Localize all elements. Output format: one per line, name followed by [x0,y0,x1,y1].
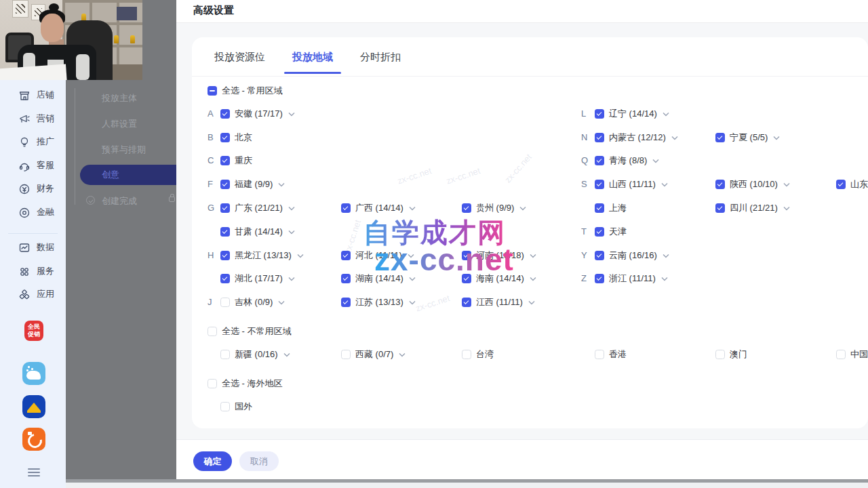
sidebar-app-promo-badge[interactable]: 全民 促销 [24,321,43,341]
chevron-down-icon[interactable] [278,182,285,187]
region-checkbox-item[interactable]: 西藏 (0/7) [341,348,406,361]
checkbox[interactable] [220,298,230,307]
region-checkbox-item[interactable]: 贵州 (9/9) [462,201,526,215]
region-checkbox-item[interactable]: 宁夏 (5/5) [715,131,780,144]
sidebar-item-grid[interactable]: 服务 [0,264,66,279]
chevron-down-icon[interactable] [409,206,416,211]
checkbox[interactable] [341,274,351,283]
checkbox[interactable] [208,327,217,336]
checkbox[interactable] [836,350,846,359]
chevron-down-icon[interactable] [663,112,669,117]
region-checkbox-item[interactable]: 山西 (11/11) [595,178,668,191]
checkbox[interactable] [715,203,725,213]
checkbox[interactable] [462,203,471,213]
sidebar-item-shop[interactable]: 店铺 [0,87,66,102]
checkbox[interactable] [341,350,351,359]
section-select-all[interactable]: 全选 - 不常用区域 [208,325,292,338]
checkbox[interactable] [208,86,217,96]
chevron-down-icon[interactable] [409,300,416,305]
collapse-menu-button[interactable] [28,468,40,476]
wizard-step-subject[interactable]: 投放主体 [102,92,137,105]
tab-time-discount[interactable]: 分时折扣 [360,37,401,77]
chevron-down-icon[interactable] [783,206,790,211]
sidebar-item-target-coin[interactable]: 金融 [0,205,66,220]
checkbox[interactable] [595,227,604,237]
region-checkbox-item[interactable]: 江西 (11/11) [462,296,535,309]
checkbox[interactable] [595,180,604,189]
chevron-down-icon[interactable] [530,253,536,258]
checkbox[interactable] [220,109,230,119]
chevron-down-icon[interactable] [288,277,295,281]
region-checkbox-item[interactable]: 河南 (18/18) [462,249,536,262]
region-checkbox-item[interactable]: 安徽 (17/17) [220,107,295,121]
chevron-down-icon[interactable] [399,352,406,357]
region-checkbox-item[interactable]: 北京 [220,131,252,144]
region-checkbox-item[interactable]: 江苏 (13/13) [341,296,416,309]
region-checkbox-item[interactable]: 浙江 (11/11) [595,272,668,285]
chevron-down-icon[interactable] [661,277,668,281]
chevron-down-icon[interactable] [773,136,780,140]
chevron-down-icon[interactable] [288,230,295,235]
sidebar-item-megaphone[interactable]: 营销 [0,111,66,126]
sidebar-item-yuan-coin[interactable]: 财务 [0,181,66,196]
region-checkbox-item[interactable]: 海南 (14/14) [462,272,536,285]
region-checkbox-item[interactable]: 辽宁 (14/14) [595,107,669,121]
checkbox[interactable] [595,109,604,119]
region-checkbox-item[interactable]: 上海 [595,201,627,215]
region-checkbox-item[interactable]: 湖北 (17/17) [220,272,295,285]
checkbox[interactable] [220,227,230,237]
camera-app-icon[interactable] [22,428,45,451]
checkbox[interactable] [341,298,351,307]
sidebar-item-lightbulb[interactable]: 推广 [0,134,66,149]
checkbox[interactable] [341,251,351,260]
whale-app-icon[interactable] [22,362,45,385]
chevron-down-icon[interactable] [278,300,285,305]
crown-app-icon[interactable] [22,395,45,418]
checkbox[interactable] [462,298,471,307]
chevron-down-icon[interactable] [409,277,416,281]
chevron-down-icon[interactable] [519,206,526,211]
sidebar-item-headset[interactable]: 客服 [0,158,66,173]
region-checkbox-item[interactable]: 澳门 [715,348,747,361]
wizard-step-audience[interactable]: 人群设置 [102,117,137,131]
sidebar-item-cubes[interactable]: 应用 [0,287,66,302]
region-checkbox-item[interactable]: 吉林 (0/9) [220,296,285,309]
region-checkbox-item[interactable]: 福建 (9/9) [220,178,285,191]
checkbox[interactable] [462,350,471,359]
cancel-button[interactable]: 取消 [239,451,279,471]
region-checkbox-item[interactable]: 新疆 (0/16) [220,348,290,361]
wizard-step-creative-active[interactable]: 创意 [80,165,176,185]
checkbox[interactable] [220,156,230,165]
checkbox[interactable] [220,203,230,213]
chevron-down-icon[interactable] [663,253,669,258]
region-checkbox-item[interactable]: 湖南 (14/14) [341,272,416,285]
region-checkbox-item[interactable]: 重庆 [220,154,252,167]
checkbox[interactable] [220,402,230,411]
checkbox[interactable] [595,156,604,165]
checkbox[interactable] [220,251,230,260]
chevron-down-icon[interactable] [671,136,678,140]
wizard-step-budget[interactable]: 预算与排期 [102,143,146,157]
region-checkbox-item[interactable]: 四川 (21/21) [715,201,790,215]
region-checkbox-item[interactable]: 国外 [220,400,252,413]
checkbox[interactable] [715,180,725,189]
region-checkbox-item[interactable]: 河北 (11/11) [341,249,414,262]
checkbox[interactable] [595,203,604,213]
region-checkbox-item[interactable]: 黑龙江 (13/13) [220,249,304,262]
checkbox[interactable] [462,274,471,283]
checkbox[interactable] [220,133,230,142]
region-checkbox-item[interactable]: 云南 (16/16) [595,249,669,262]
chevron-down-icon[interactable] [408,253,414,258]
checkbox[interactable] [220,350,230,359]
region-checkbox-item[interactable]: 甘肃 (14/14) [220,225,295,239]
region-checkbox-item[interactable]: 山东 (1 [836,178,868,191]
checkbox[interactable] [220,274,230,283]
checkbox[interactable] [836,180,846,189]
checkbox[interactable] [208,379,217,388]
checkbox[interactable] [595,251,604,260]
region-checkbox-item[interactable]: 青海 (8/8) [595,154,659,167]
checkbox[interactable] [595,350,604,359]
checkbox[interactable] [341,203,351,213]
checkbox[interactable] [715,133,725,142]
chevron-down-icon[interactable] [661,182,668,187]
